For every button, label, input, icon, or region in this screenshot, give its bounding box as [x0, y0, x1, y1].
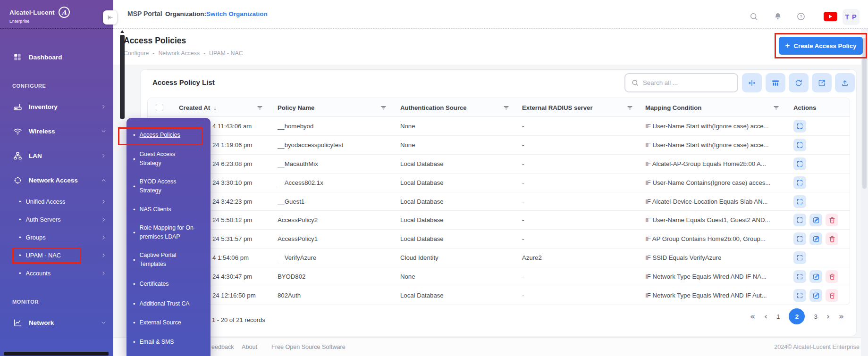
upload-button[interactable] [835, 73, 855, 92]
expand-button[interactable] [793, 176, 806, 189]
sidebar-item-inventory[interactable]: Inventory [0, 94, 113, 119]
cell-authentication-source: None [400, 136, 415, 154]
access-policy-list-card: Access Policy List Created At↓Policy Nam… [140, 69, 857, 336]
page-3[interactable]: 3 [814, 313, 817, 320]
sidebar-collapse-button[interactable] [103, 10, 117, 25]
table-row-guest1[interactable]: 24 3:42:23 pm__Guest1Local Database-IF A… [148, 192, 850, 211]
flyout-item-role-mapping-for-on-premises-ldap[interactable]: •Role Mapping for On-premises LDAP [133, 219, 206, 246]
expand-button[interactable] [793, 251, 806, 264]
refresh-button[interactable] [789, 73, 809, 92]
last-page-icon[interactable]: » [839, 312, 844, 321]
organization-label: Organization: [165, 10, 206, 17]
first-page-icon[interactable]: « [750, 312, 755, 321]
expand-button[interactable] [793, 289, 806, 302]
sidebar-item-unified-access[interactable]: •Unified Access [0, 192, 113, 210]
delete-button[interactable] [826, 232, 838, 245]
edit-button[interactable] [809, 270, 822, 283]
next-page-icon[interactable]: › [826, 312, 830, 321]
expand-button[interactable] [793, 120, 806, 132]
notifications-icon[interactable] [773, 12, 783, 21]
page-2-active[interactable]: 2 [789, 308, 805, 324]
expand-button[interactable] [793, 270, 806, 283]
sort-desc-icon[interactable]: ↓ [213, 104, 217, 111]
sidebar-scrollbar-thumb[interactable] [120, 35, 125, 119]
sidebar-item-auth-servers[interactable]: •Auth Servers [0, 210, 113, 228]
avatar[interactable]: T P [843, 9, 860, 25]
cell-created-at: 24 5:31:57 pm [212, 230, 252, 248]
sidebar-item-network[interactable]: Network [0, 310, 113, 335]
filter-icon-authentication-source[interactable] [501, 103, 511, 112]
table-row-accesspolicy2[interactable]: 24 5:50:12 pmAccessPolicy2Local Database… [148, 211, 850, 230]
switch-organization-link[interactable]: Switch Organization [206, 10, 268, 17]
column-header-label: Authentication Source [400, 104, 467, 111]
footer-link-about[interactable]: About [242, 344, 257, 350]
sidebar-item-dashboard[interactable]: Dashboard [0, 45, 113, 69]
youtube-icon[interactable] [824, 12, 837, 21]
export-button[interactable] [812, 73, 832, 92]
edit-button[interactable] [809, 232, 822, 245]
table-row-verifyazure[interactable]: 4 1:54:06 pm__VerifyAzureCloud IdentityA… [148, 248, 850, 267]
columns-button[interactable] [766, 73, 785, 92]
flyout-item-guest-access-strategy[interactable]: •Guest Access Strategy [133, 145, 206, 173]
footer-link-eedback[interactable]: eedback [211, 344, 234, 350]
expand-button[interactable] [793, 195, 806, 208]
flyout-item-email-sms[interactable]: •Email & SMS [133, 332, 206, 352]
breadcrumb-item-network-access[interactable]: Network Access [158, 50, 199, 57]
flyout-item-captive-portal-templates[interactable]: •Captive Portal Templates [133, 246, 206, 273]
edit-button[interactable] [809, 214, 822, 226]
filter-icon-policy-name[interactable] [379, 103, 388, 112]
table-row-802auth[interactable]: 24 12:16:50 pm802AuthLocal Database-IF N… [148, 286, 850, 305]
sidebar-item-upam-nac[interactable]: •UPAM - NAC [0, 246, 113, 264]
delete-button[interactable] [826, 214, 838, 226]
select-all-checkbox[interactable] [156, 104, 163, 111]
row-actions [793, 211, 838, 229]
cell-external-radius-server: - [522, 155, 524, 173]
table-row-byodaccesspolicytest[interactable]: 24 1:19:06 pm__byodaccesspolicytestNone-… [148, 136, 850, 155]
plus-icon: + [785, 41, 790, 50]
table-row-accesspolicy1[interactable]: 24 5:31:57 pmAccessPolicy1Local Database… [148, 230, 850, 248]
search-input[interactable] [643, 79, 732, 86]
filter-icon-external-radius-server[interactable] [625, 103, 634, 112]
table-row-homebyod[interactable]: 4 11:43:06 am__homebyodNone-IF User-Name… [148, 117, 850, 136]
page-scrollbar-thumb[interactable] [862, 38, 867, 189]
column-resize-button[interactable] [742, 73, 762, 92]
flyout-item-additional-trust-ca[interactable]: •Additional Trust CA [133, 294, 206, 313]
copyright: 2024© Alcatel-Lucent Enterprise [774, 344, 860, 350]
breadcrumb-item-upam-nac[interactable]: UPAM - NAC [209, 50, 243, 57]
cell-mapping-condition: IF User-Name Start with(Ignore case) acc… [645, 117, 769, 135]
filter-icon-created-at[interactable] [255, 103, 264, 112]
expand-button[interactable] [793, 214, 806, 226]
sidebar-item-groups[interactable]: •Groups [0, 228, 113, 246]
search-icon[interactable] [749, 12, 758, 21]
bullet-icon: • [19, 198, 21, 205]
access-policy-table: Created At↓Policy NameAuthentication Sou… [147, 98, 850, 305]
cell-external-radius-server: - [522, 267, 524, 286]
help-icon[interactable]: ? [796, 12, 806, 21]
page-1[interactable]: 1 [776, 313, 780, 320]
edit-button[interactable] [809, 289, 822, 302]
table-row-macauthmix[interactable]: 24 6:23:08 pm__MacauthMixLocal Database-… [148, 155, 850, 174]
flyout-item-certificates[interactable]: •Certificates [133, 273, 206, 294]
expand-button[interactable] [793, 139, 806, 151]
create-access-policy-button[interactable]: + Create Access Policy [779, 37, 863, 55]
table-row-access802-1x[interactable]: 24 3:30:10 pm__Access802.1xLocal Databas… [148, 174, 850, 192]
breadcrumb-item-configure[interactable]: Configure [124, 50, 149, 57]
sidebar-item-accounts[interactable]: •Accounts [0, 264, 113, 282]
flyout-item-external-source[interactable]: •External Source [133, 313, 206, 332]
flyout-item-access-policies[interactable]: •Access Policies [133, 124, 206, 145]
sidebar-bottom-scrollbar[interactable] [4, 352, 109, 356]
footer-link-free-open-source-software[interactable]: Free Open Source Software [271, 344, 346, 350]
sidebar-item-lan[interactable]: LAN [0, 143, 113, 168]
delete-button[interactable] [826, 289, 838, 302]
previous-page-icon[interactable]: ‹ [764, 312, 767, 321]
sidebar-item-network-access[interactable]: Network Access [0, 168, 113, 192]
sidebar-item-wireless[interactable]: Wireless [0, 119, 113, 143]
delete-button[interactable] [826, 270, 838, 283]
filter-icon-mapping-condition[interactable] [771, 103, 781, 112]
flyout-item-byod-access-strategy[interactable]: •BYOD Access Strategy [133, 173, 206, 200]
expand-button[interactable] [793, 157, 806, 170]
expand-button[interactable] [793, 232, 806, 245]
flyout-item-nas-clients[interactable]: •NAS Clients [133, 200, 206, 219]
table-row-byod802[interactable]: 24 4:30:47 pmBYOD802None-IF Network Type… [148, 267, 850, 286]
chevron-right-icon [101, 270, 107, 276]
